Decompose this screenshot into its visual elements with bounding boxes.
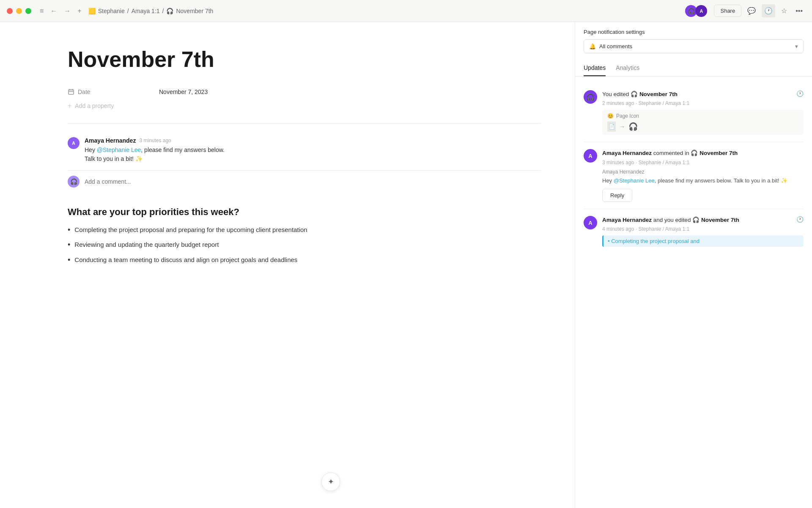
- comments-button[interactable]: 💬: [745, 4, 758, 17]
- icon-change-1: 📄 → 🎧: [607, 121, 798, 132]
- update-avatar-2: A: [584, 149, 597, 163]
- panel-tabs: Updates Analytics: [575, 60, 812, 77]
- update-title-1: You edited 🎧 November 7th: [602, 90, 678, 99]
- commenter-avatar: A: [68, 137, 80, 149]
- properties-section: Date November 7, 2023 + Add a property: [68, 85, 541, 124]
- comment-content: Amaya Hernandez 3 minutes ago Hey @Steph…: [85, 137, 541, 163]
- list-item: Conducting a team meeting to discuss and…: [68, 255, 541, 265]
- update-actor-2: Amaya Hernandez: [602, 150, 652, 156]
- comment-author-label-2: Amaya Hernandez: [602, 169, 804, 175]
- breadcrumb-current[interactable]: November 7th: [176, 8, 213, 14]
- comment-author: Amaya Hernandez: [85, 137, 136, 144]
- self-avatar: 🎧: [68, 176, 80, 188]
- breadcrumb-workspace[interactable]: Stephanie: [98, 8, 125, 14]
- from-icon: 📄: [607, 121, 616, 132]
- update-meta-3: 4 minutes ago · Stephanie / Amaya 1:1: [602, 226, 804, 232]
- update-meta-1: 2 minutes ago · Stephanie / Amaya 1:1: [602, 100, 804, 106]
- update-item-2: A Amaya Hernandez commented in 🎧 Novembe…: [584, 142, 804, 209]
- user-avatar-2[interactable]: A: [695, 5, 707, 17]
- date-property-label: Date: [68, 88, 152, 95]
- update-actor-3: Amaya Hernandez: [602, 217, 652, 223]
- maximize-button[interactable]: [25, 8, 31, 14]
- comment-time: 3 minutes ago: [139, 138, 171, 144]
- forward-button[interactable]: →: [62, 6, 72, 17]
- update-header-3: Amaya Hernandez and you edited 🎧 Novembe…: [602, 216, 804, 224]
- sidebar-toggle-button[interactable]: ≡: [38, 6, 45, 17]
- calendar-icon: [68, 88, 74, 95]
- breadcrumb-separator-2: /: [162, 8, 164, 14]
- close-button[interactable]: [7, 8, 13, 14]
- clock-icon-3: 🕐: [796, 216, 804, 223]
- update-header-1: You edited 🎧 November 7th 🕐: [602, 90, 804, 99]
- tab-analytics[interactable]: Analytics: [616, 60, 639, 76]
- workspace-icon: 🟨: [88, 8, 96, 14]
- share-button[interactable]: Share: [714, 5, 741, 17]
- content-area: November 7th Date November 7, 2023 + Add…: [0, 22, 575, 508]
- toolbar-right: 🎧 A Share 💬 🕐 ☆ •••: [685, 4, 805, 17]
- more-options-button[interactable]: •••: [793, 5, 805, 17]
- breadcrumb-page-icon: 🎧: [166, 8, 173, 14]
- notification-settings: Page notification settings 🔔 All comment…: [575, 22, 812, 57]
- updates-feed: 🎧 You edited 🎧 November 7th 🕐 2 minutes …: [575, 77, 812, 508]
- update-content-1: You edited 🎧 November 7th 🕐 2 minutes ag…: [602, 90, 804, 135]
- breadcrumb-separator-1: /: [127, 8, 129, 14]
- update-page-name-3: November 7th: [701, 217, 739, 223]
- update-content-2: Amaya Hernandez commented in 🎧 November …: [602, 149, 804, 202]
- update-page-name-2: November 7th: [700, 150, 738, 156]
- chevron-down-icon: ▾: [795, 43, 798, 50]
- section-heading: What are your top priorities this week?: [68, 206, 541, 218]
- tab-updates[interactable]: Updates: [584, 60, 606, 76]
- minimize-button[interactable]: [16, 8, 22, 14]
- add-property-button[interactable]: + Add a property: [68, 99, 541, 113]
- list-item: Reviewing and updating the quarterly bud…: [68, 240, 541, 250]
- comment-text: Hey @Stephanie Lee, please find my answe…: [85, 146, 541, 163]
- content-body: What are your top priorities this week? …: [68, 206, 541, 265]
- traffic-lights: [7, 8, 31, 14]
- date-property-value[interactable]: November 7, 2023: [159, 88, 208, 95]
- update-title-3: Amaya Hernandez and you edited 🎧 Novembe…: [602, 216, 739, 224]
- update-avatar-3: A: [584, 216, 597, 229]
- back-button[interactable]: ←: [49, 6, 59, 17]
- date-property-row: Date November 7, 2023: [68, 85, 541, 99]
- titlebar: ≡ ← → + 🟨 Stephanie / Amaya 1:1 / 🎧 Nove…: [0, 0, 812, 22]
- favorite-button[interactable]: ☆: [779, 4, 790, 17]
- to-icon: 🎧: [628, 122, 638, 131]
- notification-settings-title: Page notification settings: [584, 29, 804, 35]
- update-avatar-1: 🎧: [584, 90, 597, 104]
- comment-mention: @Stephanie Lee: [97, 146, 141, 153]
- history-button[interactable]: 🕐: [762, 4, 775, 17]
- clock-icon-1: 🕐: [796, 90, 804, 97]
- add-page-button[interactable]: +: [76, 6, 83, 17]
- update-meta-2: 3 minutes ago · Stephanie / Amaya 1:1: [602, 160, 804, 166]
- list-item: Completing the project proposal and prep…: [68, 225, 541, 235]
- update-header-2: Amaya Hernandez commented in 🎧 November …: [602, 149, 804, 157]
- comment-header: Amaya Hernandez 3 minutes ago: [85, 137, 541, 144]
- comment-item: A Amaya Hernandez 3 minutes ago Hey @Ste…: [68, 137, 541, 163]
- update-title-2: Amaya Hernandez commented in 🎧 November …: [602, 149, 738, 157]
- page-title: November 7th: [68, 47, 541, 72]
- comment-body-2: Hey @Stephanie Lee, please find my answe…: [602, 177, 804, 185]
- breadcrumb-page[interactable]: Amaya 1:1: [132, 8, 160, 14]
- detail-label-1: 😊 Page Icon: [607, 113, 798, 119]
- update-item-1: 🎧 You edited 🎧 November 7th 🕐 2 minutes …: [584, 83, 804, 142]
- notification-dropdown[interactable]: 🔔 All comments ▾: [584, 39, 804, 53]
- main-layout: November 7th Date November 7, 2023 + Add…: [0, 22, 812, 508]
- update-item-3: A Amaya Hernandez and you edited 🎧 Novem…: [584, 209, 804, 254]
- arrow-icon: →: [619, 123, 625, 130]
- ai-button[interactable]: ✦: [321, 472, 340, 491]
- breadcrumb: 🟨 Stephanie / Amaya 1:1 / 🎧 November 7th: [88, 8, 686, 14]
- comment-detail-2: Amaya Hernandez Hey @Stephanie Lee, plea…: [602, 169, 804, 202]
- bullet-list: Completing the project proposal and prep…: [68, 225, 541, 265]
- svg-rect-0: [69, 90, 74, 94]
- add-comment-input[interactable]: [85, 178, 541, 185]
- update-page-name-1: November 7th: [639, 91, 678, 97]
- right-panel: Page notification settings 🔔 All comment…: [575, 22, 812, 508]
- update-highlight-3: • Completing the project proposal and: [602, 235, 804, 247]
- notification-option: All comments: [599, 43, 792, 50]
- reply-button[interactable]: Reply: [602, 189, 632, 202]
- navigation-buttons: ≡ ← → +: [38, 6, 83, 17]
- update-content-3: Amaya Hernandez and you edited 🎧 Novembe…: [602, 216, 804, 247]
- bell-icon: 🔔: [589, 43, 596, 50]
- comment-mention-2: @Stephanie Lee: [614, 177, 655, 184]
- comments-section: A Amaya Hernandez 3 minutes ago Hey @Ste…: [68, 137, 541, 193]
